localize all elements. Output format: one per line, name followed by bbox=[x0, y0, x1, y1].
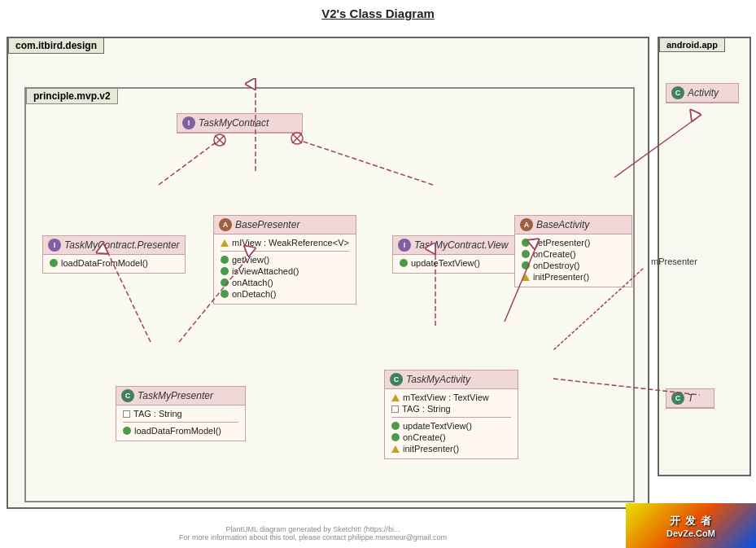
green-circle1 bbox=[221, 256, 229, 264]
base-presenter-method2: isViewAttached() bbox=[221, 265, 349, 277]
footer-line2: For more information about this tool, pl… bbox=[0, 533, 626, 541]
task-my-activity-class: C TaskMyActivity mTextView : TextView TA… bbox=[384, 370, 518, 459]
task-my-contract-name: TaskMyContract bbox=[199, 117, 269, 129]
triangle-icon3 bbox=[391, 394, 400, 401]
task-my-contract-header: I TaskMyContract bbox=[177, 114, 302, 133]
task-my-activity-attr2: TAG : String bbox=[391, 403, 511, 414]
badge-c-t: C bbox=[671, 392, 684, 405]
task-my-activity-method2: onCreate() bbox=[391, 432, 511, 443]
task-contract-view-body: updateTextView() bbox=[393, 255, 518, 273]
base-presenter-body: mIView : WeakReference<V> getView() isVi… bbox=[214, 235, 356, 304]
badge-c-activity: C bbox=[671, 86, 684, 99]
base-presenter-method4: onDetach() bbox=[221, 288, 349, 300]
task-my-presenter-header: C TaskMyPresenter bbox=[116, 387, 245, 406]
triangle-icon4 bbox=[391, 445, 400, 453]
base-presenter-method1: getView() bbox=[221, 254, 349, 265]
outer-package: com.itbird.design principle.mvp.v2 I Tas… bbox=[7, 37, 649, 509]
task-my-presenter-method1: loadDataFromModel() bbox=[123, 425, 238, 436]
green-circle10 bbox=[123, 427, 131, 435]
green-circle11 bbox=[391, 422, 400, 430]
base-presenter-attr1: mIView : WeakReference<V> bbox=[221, 237, 349, 248]
base-activity-name: BaseActivity bbox=[536, 219, 589, 230]
green-circle5 bbox=[50, 259, 58, 267]
task-contract-view-name: TaskMyContract.View bbox=[414, 239, 508, 251]
watermark-line2: DevZe.CoM bbox=[666, 528, 715, 538]
green-circle6 bbox=[400, 259, 408, 267]
task-contract-view-header: I TaskMyContract.View bbox=[393, 236, 518, 255]
watermark-line1: 开 发 者 bbox=[670, 514, 711, 528]
green-circle3 bbox=[221, 278, 229, 287]
square-icon1 bbox=[123, 410, 130, 418]
triangle-icon1 bbox=[221, 239, 229, 247]
task-my-presenter-class: C TaskMyPresenter TAG : String loadDataF… bbox=[116, 386, 246, 441]
base-presenter-class: A BasePresenter mIView : WeakReference<V… bbox=[213, 215, 356, 305]
green-circle8 bbox=[522, 250, 530, 258]
task-contract-presenter-name: TaskMyContract.Presenter bbox=[64, 239, 180, 251]
triangle-icon2 bbox=[522, 274, 530, 281]
task-my-contract-class: I TaskMyContract bbox=[177, 113, 303, 134]
square-icon2 bbox=[391, 406, 399, 413]
divider1 bbox=[221, 251, 349, 252]
contract-view-method1: updateTextView() bbox=[400, 257, 511, 269]
badge-c-myactivity: C bbox=[390, 373, 403, 386]
task-contract-presenter-body: loadDataFromModel() bbox=[43, 255, 185, 273]
inner-package-label: principle.mvp.v2 bbox=[26, 88, 118, 104]
base-activity-method1: getPresenter() bbox=[522, 237, 625, 248]
task-my-activity-method1: updateTextView() bbox=[391, 420, 511, 432]
activity-header: C Activity bbox=[666, 84, 738, 103]
green-circle9 bbox=[522, 261, 530, 270]
base-activity-method3: onDestroy() bbox=[522, 260, 625, 271]
task-contract-presenter-header: I TaskMyContract.Presenter bbox=[43, 236, 185, 255]
t-class: C T bbox=[666, 388, 714, 409]
task-contract-presenter-class: I TaskMyContract.Presenter loadDataFromM… bbox=[42, 235, 186, 274]
base-presenter-method3: onAttach() bbox=[221, 277, 349, 288]
task-my-activity-header: C TaskMyActivity bbox=[385, 370, 518, 389]
base-activity-body: getPresenter() onCreate() onDestroy() in… bbox=[515, 235, 631, 287]
t-name: T bbox=[688, 392, 693, 404]
badge-i-contractview: I bbox=[398, 239, 411, 252]
footer-line1: PlantUML diagram generated by SketchIt! … bbox=[0, 525, 626, 533]
base-activity-method4: initPresenter() bbox=[522, 271, 625, 283]
base-presenter-header: A BasePresenter bbox=[214, 216, 356, 235]
badge-c-mypresenter: C bbox=[121, 389, 134, 402]
green-circle7 bbox=[522, 239, 530, 247]
base-activity-method2: onCreate() bbox=[522, 248, 625, 260]
divider3 bbox=[391, 417, 511, 418]
task-my-activity-attr1: mTextView : TextView bbox=[391, 392, 511, 403]
t-header: C T bbox=[666, 389, 714, 408]
badge-a-baseactivity: A bbox=[520, 218, 533, 231]
watermark: 开 发 者 DevZe.CoM bbox=[626, 503, 756, 548]
android-package-label: android.app bbox=[659, 37, 725, 52]
footer: PlantUML diagram generated by SketchIt! … bbox=[0, 525, 626, 541]
badge-i-taskcontract: I bbox=[182, 116, 195, 129]
outer-package-label: com.itbird.design bbox=[8, 37, 104, 54]
green-circle2 bbox=[221, 267, 229, 275]
task-my-presenter-name: TaskMyPresenter bbox=[138, 390, 213, 401]
badge-a-basepresenter: A bbox=[219, 218, 232, 231]
task-my-activity-body: mTextView : TextView TAG : String update… bbox=[385, 389, 518, 458]
task-my-presenter-body: TAG : String loadDataFromModel() bbox=[116, 406, 245, 441]
mpresenter-label: mPresenter bbox=[651, 256, 697, 266]
badge-i-contractpresenter: I bbox=[48, 239, 61, 252]
activity-class: C Activity bbox=[666, 83, 739, 103]
inner-package: principle.mvp.v2 I TaskMyContract A Base… bbox=[24, 87, 635, 502]
task-my-presenter-attr1: TAG : String bbox=[123, 408, 238, 419]
base-activity-header: A BaseActivity bbox=[515, 216, 631, 235]
contract-presenter-method1: loadDataFromModel() bbox=[50, 257, 178, 269]
base-activity-class: A BaseActivity getPresenter() onCreate()… bbox=[514, 215, 632, 287]
activity-name: Activity bbox=[688, 87, 719, 99]
green-circle12 bbox=[391, 433, 400, 441]
divider2 bbox=[123, 422, 238, 423]
green-circle4 bbox=[221, 290, 229, 298]
base-presenter-name: BasePresenter bbox=[235, 219, 299, 230]
page-title: V2's Class Diagram bbox=[0, 0, 756, 24]
task-my-activity-method3: initPresenter() bbox=[391, 443, 511, 454]
task-contract-view-class: I TaskMyContract.View updateTextView() bbox=[392, 235, 518, 274]
task-my-activity-name: TaskMyActivity bbox=[406, 374, 470, 385]
